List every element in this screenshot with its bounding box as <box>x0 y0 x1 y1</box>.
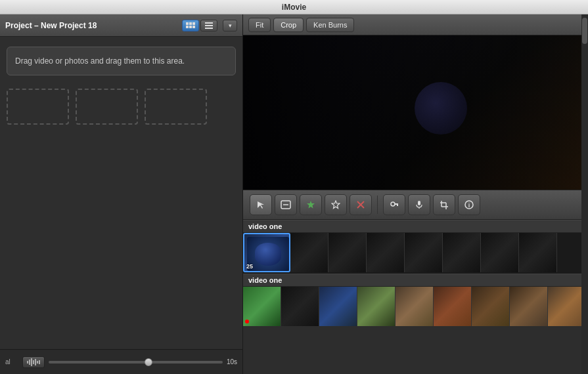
left-panel: Project – New Project 18 ▾ Drag video or… <box>0 14 243 374</box>
fs2-item-1[interactable] <box>243 287 281 326</box>
fs2-item-9[interactable] <box>548 287 586 326</box>
second-event: video one Friday, December 9, 2011 <box>243 272 588 326</box>
svg-rect-8 <box>205 28 213 29</box>
svg-rect-10 <box>29 360 30 365</box>
svg-rect-9 <box>27 361 28 364</box>
svg-rect-11 <box>31 358 32 366</box>
fs2-item-7[interactable] <box>472 287 510 326</box>
film-strip-item-5[interactable] <box>405 233 443 272</box>
svg-rect-6 <box>205 22 213 24</box>
svg-rect-15 <box>39 360 40 364</box>
svg-rect-4 <box>189 26 192 28</box>
grid-view-button[interactable] <box>182 20 199 31</box>
audio-wave-button[interactable] <box>22 356 45 368</box>
clip-number: 25 <box>246 263 253 270</box>
title-bar: iMovie <box>0 0 588 14</box>
crop-tool-button[interactable] <box>433 194 455 215</box>
svg-rect-2 <box>192 22 195 25</box>
scrollbar[interactable] <box>581 14 588 374</box>
fs2-item-4[interactable] <box>357 287 396 326</box>
event-name-2: video one <box>248 276 588 284</box>
project-title: Project – New Project 18 <box>5 21 177 30</box>
event-area: video one Friday, July 20, 2012 25 <box>243 220 588 374</box>
svg-rect-25 <box>394 203 398 205</box>
fs2-item-2[interactable] <box>281 287 319 326</box>
svg-rect-12 <box>33 360 34 364</box>
view-toggle-group <box>182 20 217 31</box>
drop-text-main: video or photos and drag them to this ar… <box>34 56 185 66</box>
film-strip-item-4[interactable] <box>367 233 405 272</box>
svg-rect-1 <box>189 22 192 25</box>
film-strip-item-3[interactable] <box>328 233 367 272</box>
svg-rect-26 <box>397 205 398 206</box>
svg-rect-7 <box>205 25 213 26</box>
list-view-button[interactable] <box>200 20 217 31</box>
svg-marker-20 <box>307 201 315 209</box>
info-button[interactable]: i <box>458 194 480 215</box>
event-header-1: video one Friday, July 20, 2012 <box>243 220 588 233</box>
ken-burns-button[interactable]: Ken Burns <box>306 18 354 32</box>
film-strip-item-8[interactable] <box>519 233 557 272</box>
film-strip-item-2[interactable] <box>290 233 328 272</box>
unfavorite-button[interactable] <box>325 194 347 215</box>
video-background: DreamWorks <box>243 35 588 190</box>
film-strip-item-7[interactable] <box>481 233 519 272</box>
fs2-item-8[interactable] <box>510 287 548 326</box>
clip-placeholders <box>0 89 242 125</box>
svg-rect-0 <box>186 22 189 25</box>
main-layout: Project – New Project 18 ▾ Drag video or… <box>0 14 588 374</box>
svg-rect-13 <box>35 359 36 365</box>
fit-button[interactable]: Fit <box>248 18 271 32</box>
logo-circle <box>415 82 467 135</box>
select-tool-button[interactable] <box>275 194 297 215</box>
timeline-slider[interactable] <box>49 361 223 364</box>
crop-button[interactable]: Crop <box>273 18 304 32</box>
mic-button[interactable] <box>408 194 430 215</box>
fs2-item-5[interactable] <box>396 287 434 326</box>
drop-text: Drag <box>15 56 34 66</box>
film-strip-item-6[interactable] <box>443 233 481 272</box>
clip-placeholder-1 <box>7 89 69 125</box>
right-panel: Fit Crop Ken Burns ↺ ↻ ⊢ Done Rotate cli… <box>243 14 588 374</box>
svg-rect-5 <box>192 26 195 28</box>
timeline-label: al <box>5 358 18 365</box>
film-strip-1: 25 <box>243 233 588 272</box>
arrow-tool-button[interactable] <box>250 194 272 215</box>
film-strip-2 <box>243 287 588 326</box>
event-name-1: video one <box>248 222 588 230</box>
timeline-duration: 10s <box>227 358 237 365</box>
app-title: iMovie <box>282 3 306 12</box>
drop-area: Drag video or photos and drag them to th… <box>7 47 236 75</box>
fs2-item-3[interactable] <box>319 287 357 326</box>
reject-button[interactable] <box>350 194 372 215</box>
svg-marker-17 <box>258 201 264 209</box>
fs2-item-6[interactable] <box>434 287 472 326</box>
timeline-controls: al 10s <box>0 349 242 374</box>
video-toolbar: Fit Crop Ken Burns ↺ ↻ ⊢ Done <box>243 14 588 35</box>
bottom-toolbar: i <box>243 190 588 220</box>
clip-placeholder-2 <box>76 89 138 125</box>
featured-clip[interactable]: 25 <box>243 233 290 272</box>
svg-rect-3 <box>186 26 189 28</box>
key-button[interactable] <box>383 194 405 215</box>
svg-rect-27 <box>418 201 420 205</box>
svg-marker-21 <box>332 201 340 209</box>
event-header-2: video one Friday, December 9, 2011 <box>243 274 588 287</box>
toolbar-separator-1 <box>377 196 378 214</box>
svg-rect-14 <box>37 361 38 364</box>
svg-text:i: i <box>468 202 470 209</box>
video-content: DreamWorks <box>243 35 588 190</box>
scrollbar-thumb[interactable] <box>582 18 587 44</box>
favorite-button[interactable] <box>300 194 322 215</box>
project-header: Project – New Project 18 ▾ <box>0 14 242 37</box>
timeline-slider-thumb[interactable] <box>145 358 152 366</box>
clip-placeholder-3 <box>145 89 207 125</box>
dropdown-button[interactable]: ▾ <box>223 20 237 31</box>
